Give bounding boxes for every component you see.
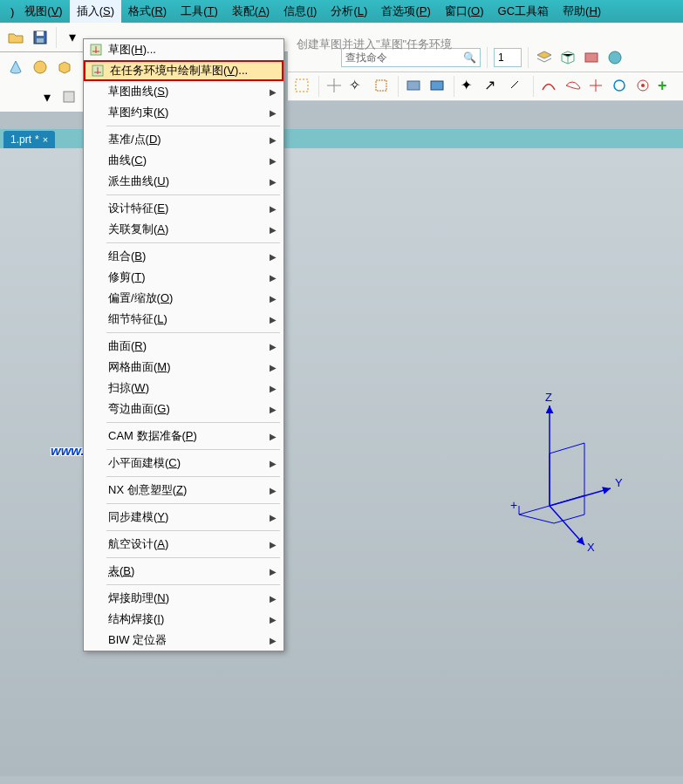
move-icon[interactable] [325,77,345,96]
menu-item[interactable]: BIW 定位器▶ [84,630,283,651]
svg-text:Z: Z [545,391,552,404]
menu-item-label: 扫掠(W) [108,380,149,396]
menu-item-label: 曲线(C) [108,153,147,168]
snap1-icon[interactable]: ✦ [461,77,480,96]
circ-icon[interactable] [611,77,630,96]
menu-item[interactable]: 关联复制(A)▶ [84,219,283,240]
save-icon[interactable] [30,27,51,48]
svg-rect-2 [37,38,44,43]
menu-item[interactable]: 焊接助理(N)▶ [84,588,283,609]
menu-item[interactable]: 派生曲线(U)▶ [84,171,283,192]
menu-item[interactable]: 弯边曲面(G)▶ [84,399,283,419]
menu-item[interactable]: 在任务环境中绘制草图(V)... [84,60,283,81]
menu-6[interactable]: 分析(L) [324,0,374,23]
snap3-icon[interactable]: ⟋ [508,77,527,96]
task-sketch-icon [91,64,105,78]
axis-icon[interactable] [587,77,606,96]
menu-item[interactable]: 组合(B)▶ [84,246,283,267]
block-icon[interactable] [54,57,75,78]
menu-5[interactable]: 信息(I) [277,0,324,23]
menu-3[interactable]: 工具(T) [174,0,225,23]
submenu-arrow-icon: ▶ [270,384,277,393]
menu-9[interactable]: GC工具箱 [491,0,557,23]
svg-text:+: + [510,498,517,512]
tab-dirty: * [35,133,39,146]
doc-tab[interactable]: 1.prt * × [3,131,55,148]
submenu-arrow-icon: ▶ [270,513,277,522]
tab-close-icon[interactable]: × [43,134,48,145]
submenu-arrow-icon: ▶ [270,363,277,372]
svg-point-4 [609,51,621,64]
tool-icon[interactable] [60,86,78,107]
svg-rect-8 [431,81,443,90]
submenu-arrow-icon: ▶ [270,540,277,549]
menu-item-label: 表(B) [108,563,134,579]
menu-item[interactable]: 航空设计(A)▶ [84,534,283,555]
svg-rect-13 [64,92,74,102]
menu-item-label: 弯边曲面(G) [108,401,170,417]
csys-triad: Z Y X + [502,392,632,570]
menu-4[interactable]: 装配(A) [225,0,277,23]
shade1-icon[interactable] [405,77,424,96]
menu-item-label: 航空设计(A) [108,536,168,552]
svg-point-11 [641,84,645,87]
toolbar-3: ▾ [0,82,83,112]
menu-item[interactable]: 曲面(R)▶ [84,336,283,357]
menu-item[interactable]: 结构焊接(I)▶ [84,609,283,630]
sketch-icon [89,43,103,57]
svg-rect-6 [376,80,386,91]
menu-item[interactable]: 设计特征(E)▶ [84,198,283,219]
hover-hint: 创建草图并进入"草图"任务环境 [297,37,452,52]
menu-8[interactable]: 窗口(O) [438,0,491,23]
menu-item-label: 关联复制(A) [108,222,168,237]
menu-item[interactable]: 曲线(C)▶ [84,150,283,171]
snap2-icon[interactable]: ↗ [484,77,503,96]
menu-item[interactable]: 修剪(T)▶ [84,267,283,288]
menu-10[interactable]: 帮助(H) [556,0,608,23]
submenu-arrow-icon: ▶ [270,342,277,351]
curve1-icon[interactable] [540,77,559,96]
menu-item-label: 曲面(R) [108,338,147,354]
submenu-arrow-icon: ▶ [270,594,277,603]
menu-item-label: BIW 定位器 [108,632,167,648]
dropdown-icon[interactable]: ▾ [62,27,83,48]
marquee-icon[interactable] [372,77,392,96]
menu-item[interactable]: 小平面建模(C)▶ [84,453,283,474]
targ-icon[interactable] [634,77,653,96]
menu-item[interactable]: 草图曲线(S)▶ [84,81,283,102]
menu-7[interactable]: 首选项(P) [374,0,437,23]
menu-item[interactable]: 扫掠(W)▶ [84,378,283,399]
sel-rect-icon[interactable] [293,77,312,96]
drop-icon[interactable]: ▾ [38,86,56,107]
open-icon[interactable] [5,27,26,48]
menu-item[interactable]: 基准/点(D)▶ [84,129,283,150]
menu-item-label: CAM 数据准备(P) [108,428,197,444]
plus-icon[interactable]: + [658,77,677,96]
shade2-icon[interactable] [428,77,447,96]
curve2-icon[interactable] [563,77,583,96]
menu-item-label: 派生曲线(U) [108,174,169,189]
menu-1[interactable]: 插入(S) [70,0,121,23]
menubar: )视图(V)插入(S)格式(R)工具(T)装配(A)信息(I)分析(L)首选项(… [0,0,683,23]
menu-item[interactable]: 细节特征(L)▶ [84,309,283,330]
menu-item[interactable]: 表(B)▶ [84,561,283,582]
menu-item-label: 草图(H)... [108,42,156,58]
cone-icon[interactable] [5,57,26,78]
submenu-arrow-icon: ▶ [270,567,277,576]
svg-point-9 [614,80,625,91]
sphere-icon[interactable] [30,57,51,78]
menu-item[interactable]: 草图(H)... [84,39,283,60]
menu-item[interactable]: CAM 数据准备(P)▶ [84,426,283,447]
menu-2[interactable]: 格式(R) [121,0,174,23]
menu-item[interactable]: 草图约束(K)▶ [84,102,283,123]
menu-0[interactable]: 视图(V) [17,0,69,23]
svg-rect-3 [585,53,598,62]
menu-item[interactable]: NX 创意塑型(Z)▶ [84,480,283,501]
menu-item[interactable]: 同步建模(Y)▶ [84,507,283,528]
menu-item[interactable]: 网格曲面(M)▶ [84,357,283,378]
menu-item[interactable]: 偏置/缩放(O)▶ [84,288,283,309]
point-icon[interactable]: ✧ [349,77,368,96]
submenu-arrow-icon: ▶ [270,252,277,262]
menu-item-label: 组合(B) [108,249,146,264]
menu-item-label: 草图曲线(S) [108,84,168,99]
